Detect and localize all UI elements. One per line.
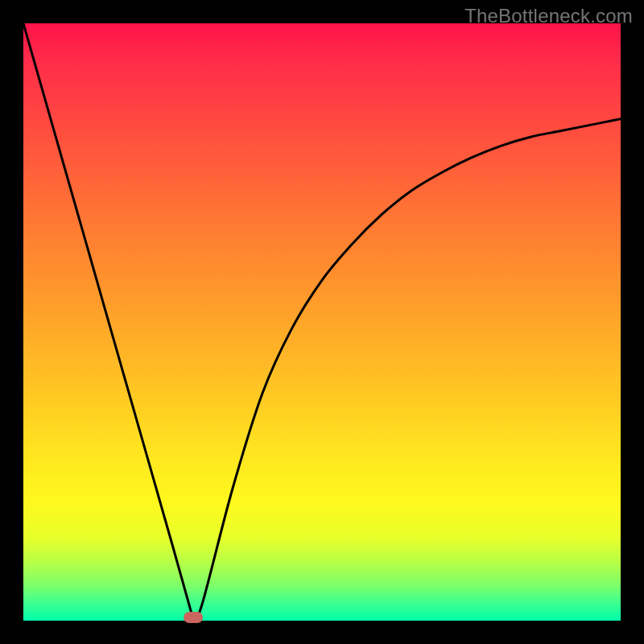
optimal-point-marker [184, 612, 203, 623]
chart-container: TheBottleneck.com [0, 0, 644, 644]
watermark-text: TheBottleneck.com [464, 5, 633, 27]
bottleneck-curve [23, 23, 621, 621]
plot-area [23, 23, 621, 621]
